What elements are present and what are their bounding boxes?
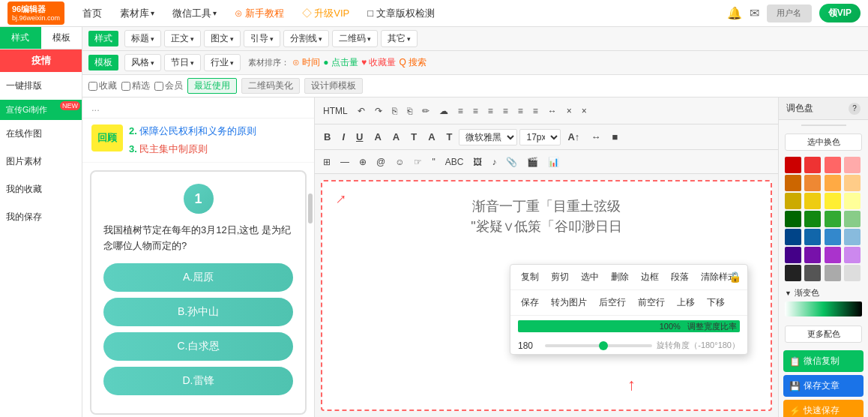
upgrade-vip-button[interactable]: 领VIP: [819, 4, 861, 22]
list-item-2[interactable]: 2. 保障公民权利和义务的原则: [129, 124, 256, 138]
font-name-select[interactable]: 微软雅黑: [459, 129, 517, 146]
filter-designer-template[interactable]: 设计师模板: [304, 78, 363, 94]
template-btn-industry[interactable]: 行业: [204, 54, 241, 71]
underline-button[interactable]: U: [352, 130, 367, 144]
italic-button[interactable]: I: [337, 130, 349, 144]
color-cell[interactable]: [804, 157, 821, 173]
color-cell[interactable]: [844, 175, 861, 191]
music-button[interactable]: ♪: [488, 155, 500, 169]
color-cell[interactable]: [804, 247, 821, 263]
color-cell[interactable]: [785, 265, 801, 281]
cm-after-line[interactable]: 后空行: [596, 295, 629, 310]
hr-button[interactable]: ―: [337, 155, 353, 169]
add-button[interactable]: ⊕: [355, 155, 370, 169]
cm-move-down[interactable]: 下移: [704, 295, 728, 310]
answer-d[interactable]: D.雷锋: [103, 367, 293, 395]
more-colors-button[interactable]: 更多配色: [785, 326, 862, 343]
notification-bell-icon[interactable]: 🔔: [727, 6, 742, 20]
nav-copyright[interactable]: □ 文章版权检测: [360, 4, 441, 23]
editor-canvas[interactable]: 渐音一丁重「目重土弦级 "裟疑∨低策「谷叩渺日日 ↑ 🔒 复制 剪切 选中 删除: [321, 180, 772, 411]
width-button[interactable]: ↔: [544, 104, 561, 118]
cm-delete[interactable]: 删除: [608, 269, 632, 285]
color-cell[interactable]: [804, 211, 821, 227]
color-cell[interactable]: [804, 193, 821, 209]
color-cell[interactable]: [825, 211, 841, 227]
cm-copy[interactable]: 复制: [518, 269, 542, 285]
abc-button[interactable]: ABC: [441, 155, 468, 169]
color-cell[interactable]: [844, 211, 861, 227]
style-btn-qr[interactable]: 二维码: [332, 30, 378, 47]
template-btn-style[interactable]: 风格: [124, 54, 161, 71]
font-up-button[interactable]: A↑: [563, 130, 584, 144]
emoji-button[interactable]: ☺: [391, 155, 408, 169]
cm-progress-bar[interactable]: 100% 调整宽度比率: [518, 320, 740, 332]
cm-before-line[interactable]: 前空行: [635, 295, 668, 310]
filter-qr-beautify[interactable]: 二维码美化: [241, 78, 300, 94]
answer-a[interactable]: A.屈原: [103, 263, 293, 292]
edit-button[interactable]: ✏: [418, 104, 433, 118]
html-toggle[interactable]: HTML: [319, 104, 352, 118]
cloud-button[interactable]: ☁: [435, 104, 452, 118]
app-logo[interactable]: 96编辑器 bj.96weixin.com: [7, 2, 64, 26]
quick-save-button[interactable]: ⚡ 快速保存: [783, 400, 864, 417]
font-color-button[interactable]: A: [370, 130, 385, 144]
close1-button[interactable]: ×: [563, 104, 576, 118]
color-cell[interactable]: [785, 229, 801, 245]
cm-to-image[interactable]: 转为图片: [548, 295, 590, 310]
sidebar-my-saves[interactable]: 我的保存: [0, 203, 82, 231]
search-button[interactable]: Q 搜索: [399, 56, 427, 69]
color-cell[interactable]: [844, 265, 861, 281]
cm-move-up[interactable]: 上移: [674, 295, 698, 310]
list-item-3[interactable]: 3. 民主集中制原则: [129, 142, 256, 156]
answer-b[interactable]: B.孙中山: [103, 298, 293, 326]
wechat-copy-button[interactable]: 📋 微信复制: [783, 350, 864, 372]
align-mode-button[interactable]: ↔: [586, 130, 605, 144]
save-article-button[interactable]: 💾 保存文章: [783, 375, 864, 397]
cm-save[interactable]: 保存: [518, 295, 542, 310]
video-button[interactable]: 🎬: [523, 155, 542, 169]
mail-icon[interactable]: ✉: [750, 6, 759, 20]
cm-slider[interactable]: [545, 344, 652, 347]
paste-button[interactable]: ⎗: [403, 104, 416, 118]
style-btn-divider[interactable]: 分割线: [283, 30, 329, 47]
scroll-handle[interactable]: [308, 194, 313, 224]
cm-cut[interactable]: 剪切: [548, 269, 572, 285]
color-cell[interactable]: [804, 175, 821, 191]
nav-materials[interactable]: 素材库: [112, 4, 162, 23]
undo-button[interactable]: ↶: [354, 104, 369, 118]
at-button[interactable]: @: [373, 155, 389, 169]
image-button[interactable]: 🖼: [469, 155, 486, 169]
filter-featured-checkbox[interactable]: 精选: [121, 80, 150, 92]
close2-button[interactable]: ×: [578, 104, 591, 118]
cm-border[interactable]: 边框: [638, 269, 662, 285]
nav-home[interactable]: 首页: [75, 4, 109, 23]
color-cell[interactable]: [844, 193, 861, 209]
color-cell[interactable]: [825, 229, 841, 245]
sidebar-style-tab[interactable]: 样式: [0, 27, 41, 49]
align-right-button[interactable]: ≡: [484, 104, 497, 118]
gradient-bar[interactable]: [785, 302, 862, 316]
text-type-button[interactable]: T: [406, 130, 421, 144]
sort-fav[interactable]: ♥ 收藏量: [361, 56, 396, 69]
style-btn-body[interactable]: 正文: [164, 30, 201, 47]
align-left-button[interactable]: ≡: [454, 104, 467, 118]
link-button[interactable]: 📎: [502, 155, 521, 169]
redo-button[interactable]: ↷: [371, 104, 386, 118]
filter-recently-used[interactable]: 最近使用: [187, 78, 237, 94]
template-list-item[interactable]: 回顾 2. 保障公民权利和义务的原则 3. 民主集中制原则: [82, 118, 314, 163]
color-cell[interactable]: [825, 265, 841, 281]
color-cell[interactable]: [844, 157, 861, 173]
clear-format-button[interactable]: A: [424, 130, 439, 144]
filter-vip-checkbox[interactable]: 会员: [154, 80, 183, 92]
sidebar-template-tab[interactable]: 模板: [41, 27, 82, 49]
bold-button[interactable]: B: [319, 130, 335, 144]
sidebar-one-click[interactable]: 一键排版: [0, 72, 82, 100]
color-cell[interactable]: [825, 157, 841, 173]
sort-time[interactable]: ⊙ 时间: [292, 56, 320, 69]
user-avatar[interactable]: 用户名: [767, 4, 812, 22]
font-size-select[interactable]: 17px: [519, 129, 561, 146]
align-center-button[interactable]: ≡: [469, 104, 482, 118]
color-cell[interactable]: [844, 247, 861, 263]
align-justify-button[interactable]: ≡: [499, 104, 512, 118]
style-btn-other[interactable]: 其它: [381, 30, 418, 47]
